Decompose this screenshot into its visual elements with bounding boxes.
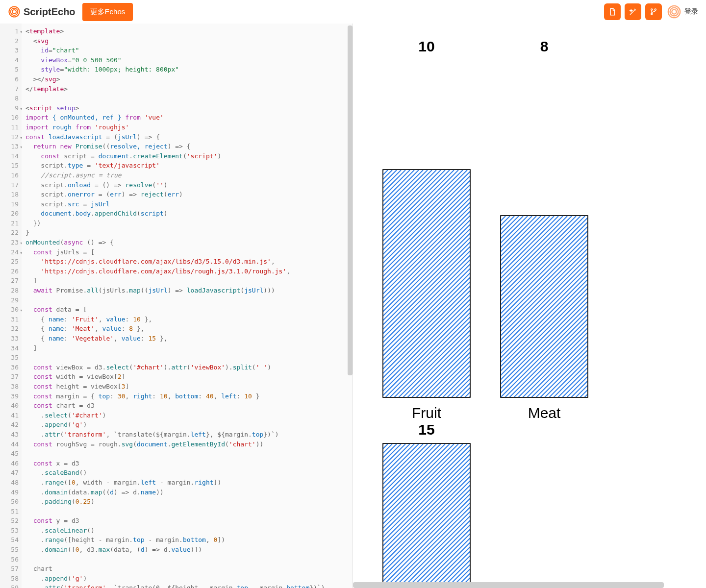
- code-line[interactable]: document.body.appendChild(script): [25, 209, 349, 219]
- code-line[interactable]: [25, 295, 349, 305]
- code-line[interactable]: ></svg>: [25, 74, 349, 84]
- code-line[interactable]: const viewBox = d3.select('#chart').attr…: [25, 363, 349, 372]
- line-number: 18: [0, 190, 19, 199]
- magic-wand-icon: [629, 7, 637, 16]
- code-line[interactable]: style="width: 1000px; height: 800px": [25, 65, 349, 74]
- code-line[interactable]: .scaleBand(): [25, 468, 349, 478]
- document-icon: [608, 7, 617, 16]
- svg-line-65: [402, 170, 471, 398]
- code-line[interactable]: { name: 'Meat', value: 8 },: [25, 324, 349, 334]
- editor-vertical-scrollbar[interactable]: [348, 25, 353, 375]
- line-number: 43: [0, 430, 19, 440]
- code-line[interactable]: <template>: [25, 26, 349, 36]
- fingerprint-icon: [667, 4, 681, 19]
- code-line[interactable]: const chart = d3: [25, 401, 349, 411]
- code-line[interactable]: script.onload = () => resolve(''): [25, 180, 349, 190]
- code-line[interactable]: //script.async = true: [25, 171, 349, 180]
- line-number: 51: [0, 507, 19, 516]
- line-number: 46: [0, 459, 19, 468]
- code-line[interactable]: [25, 94, 349, 103]
- code-line[interactable]: ]: [25, 343, 349, 353]
- line-number: 2: [0, 36, 19, 46]
- code-editor[interactable]: <template> <svg id="chart" viewBox="0 0 …: [22, 24, 353, 588]
- code-line[interactable]: .padding(0.25): [25, 497, 349, 507]
- code-line[interactable]: 'https://cdnjs.cloudflare.com/ajax/libs/…: [25, 257, 349, 267]
- svg-line-18: [383, 170, 423, 398]
- code-line[interactable]: const height = viewBox[3]: [25, 382, 349, 392]
- code-line[interactable]: script.src = jsUrl: [25, 199, 349, 209]
- preview-horizontal-scrollbar[interactable]: [353, 582, 706, 588]
- code-line[interactable]: id="chart": [25, 46, 349, 55]
- code-line[interactable]: viewBox="0 0 500 500": [25, 55, 349, 65]
- brand-logo[interactable]: ScriptEcho: [8, 5, 76, 18]
- code-line[interactable]: .append('g'): [25, 574, 349, 584]
- code-line[interactable]: const roughSvg = rough.svg(document.getE…: [25, 440, 349, 449]
- code-line[interactable]: .domain([0, d3.max(data, (d) => d.value)…: [25, 545, 349, 555]
- code-line[interactable]: .select('#chart'): [25, 411, 349, 420]
- scrollbar-thumb[interactable]: [353, 582, 664, 588]
- code-line[interactable]: }): [25, 219, 349, 228]
- line-number: 4: [0, 55, 19, 65]
- code-line[interactable]: const data = [: [25, 305, 349, 315]
- code-line[interactable]: chart: [25, 564, 349, 574]
- code-line[interactable]: const script = document.createElement('s…: [25, 151, 349, 161]
- code-line[interactable]: const jsUrls = [: [25, 247, 349, 257]
- code-line[interactable]: .append('g'): [25, 420, 349, 430]
- code-line[interactable]: import { onMounted, ref } from 'vue': [25, 113, 349, 122]
- line-number: 57: [0, 564, 19, 574]
- code-line[interactable]: await Promise.all(jsUrls.map((jsUrl) => …: [25, 286, 349, 295]
- line-number: 19: [0, 199, 19, 209]
- code-line[interactable]: [25, 507, 349, 516]
- code-line[interactable]: .domain(data.map((d) => d.name)): [25, 488, 349, 497]
- code-line[interactable]: </template>: [25, 84, 349, 94]
- git-branch-icon: [649, 7, 658, 16]
- line-number: 33: [0, 334, 19, 343]
- code-line[interactable]: const loadJavascript = (jsUrl) => {: [25, 132, 349, 142]
- code-line[interactable]: .attr('transform', `translate(0, ${heigh…: [25, 583, 349, 588]
- code-line[interactable]: ]: [25, 276, 349, 286]
- line-number: 1▾: [0, 26, 19, 36]
- line-number: 10: [0, 113, 19, 122]
- code-line[interactable]: const margin = { top: 30, right: 10, bot…: [25, 392, 349, 401]
- code-line[interactable]: <script setup>: [25, 103, 349, 113]
- code-line[interactable]: script.onerror = (err) => reject(err): [25, 190, 349, 199]
- code-line[interactable]: [25, 555, 349, 564]
- code-line[interactable]: import rough from 'roughjs': [25, 122, 349, 132]
- code-line[interactable]: { name: 'Vegetable', value: 15 },: [25, 334, 349, 343]
- code-line[interactable]: .attr('transform', `translate(${margin.l…: [25, 430, 349, 440]
- svg-line-12: [383, 170, 397, 398]
- code-line[interactable]: 'https://cdnjs.cloudflare.com/ajax/libs/…: [25, 267, 349, 276]
- code-line[interactable]: .range([0, width - margin.left - margin.…: [25, 478, 349, 488]
- code-line[interactable]: <svg: [25, 36, 349, 46]
- code-line[interactable]: const width = viewBox[2]: [25, 372, 349, 382]
- git-branch-button[interactable]: [645, 3, 662, 20]
- code-line[interactable]: }: [25, 228, 349, 238]
- code-line[interactable]: return new Promise((resolve, reject) => …: [25, 142, 349, 151]
- line-number: 20: [0, 209, 19, 219]
- code-line[interactable]: .range([height - margin.top - margin.bot…: [25, 535, 349, 545]
- fingerprint-icon: [8, 5, 21, 18]
- code-line[interactable]: [25, 449, 349, 459]
- code-line[interactable]: [25, 353, 349, 363]
- login-link[interactable]: 登录: [684, 7, 698, 16]
- line-number: 45: [0, 449, 19, 459]
- code-line[interactable]: .scaleLinear(): [25, 526, 349, 536]
- code-line[interactable]: onMounted(async () => {: [25, 238, 349, 247]
- line-number: 55: [0, 545, 19, 555]
- code-line[interactable]: const x = d3: [25, 459, 349, 468]
- bar-group: 10Fruit: [382, 38, 471, 421]
- line-number: 56: [0, 555, 19, 564]
- more-echos-button[interactable]: 更多Echos: [82, 3, 133, 21]
- bar-group: 15Vegetable: [382, 421, 471, 588]
- line-number: 47: [0, 468, 19, 478]
- code-line[interactable]: { name: 'Fruit', value: 10 },: [25, 315, 349, 324]
- bar-category-label: Fruit: [382, 405, 471, 421]
- line-number: 15: [0, 161, 19, 171]
- line-number: 12▾: [0, 132, 19, 142]
- line-number-gutter: 1▾23456789▾101112▾13▾1415161718192021222…: [0, 24, 22, 588]
- code-line[interactable]: script.type = 'text/javascript': [25, 161, 349, 171]
- magic-wand-button[interactable]: [625, 3, 641, 20]
- line-number: 8: [0, 94, 19, 103]
- code-line[interactable]: const y = d3: [25, 516, 349, 526]
- new-document-button[interactable]: [604, 3, 621, 20]
